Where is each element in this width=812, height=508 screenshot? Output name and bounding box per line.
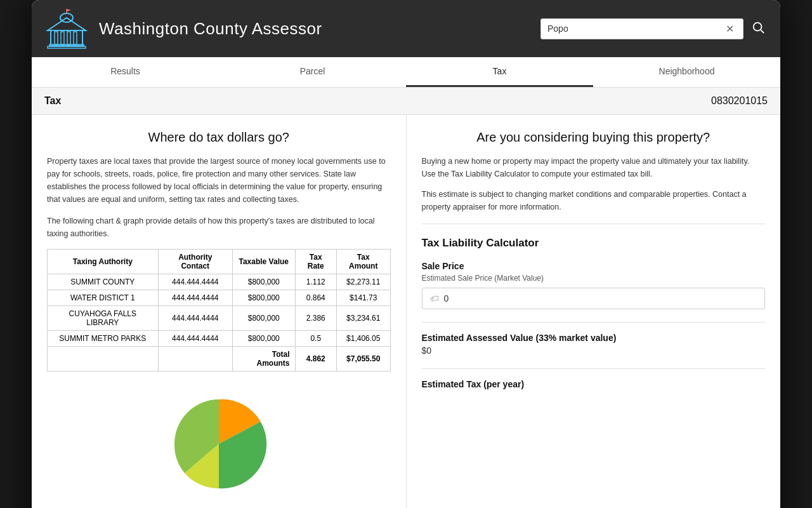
monitor: Washington County Assessor ✕ Results Par…	[32, 0, 780, 508]
right-panel: Are you considering buying this property…	[407, 115, 781, 508]
search-icon	[751, 20, 765, 34]
sale-price-group: Sale Price Estimated Sale Price (Market …	[422, 261, 766, 309]
search-input[interactable]	[547, 23, 723, 34]
search-area: ✕	[540, 18, 768, 40]
search-clear-button[interactable]: ✕	[723, 23, 737, 35]
calculator-title: Tax Liability Calculator	[422, 237, 766, 250]
price-icon: 🏷	[430, 293, 439, 304]
svg-rect-3	[67, 32, 70, 44]
svg-rect-2	[61, 32, 64, 44]
content-area: Where do tax dollars go? Property taxes …	[32, 115, 780, 508]
search-button[interactable]	[749, 18, 768, 40]
nav-tabs: Results Parcel Tax Neighborhood	[32, 57, 780, 88]
svg-marker-5	[48, 18, 86, 30]
svg-marker-8	[67, 9, 71, 11]
table-total-row: Total Amounts4.862$7,055.50	[48, 347, 391, 371]
buying-text-1: Buying a new home or property may impact…	[422, 155, 766, 180]
pie-chart-container	[47, 387, 391, 501]
estimated-tax-group: Estimated Tax (per year)	[422, 379, 766, 389]
divider	[422, 224, 766, 224]
assessed-value-label: Estimated Assessed Value (33% market val…	[422, 333, 766, 343]
col-taxing-authority: Taxing Authority	[48, 250, 159, 274]
divider-2	[422, 322, 766, 323]
estimated-tax-label: Estimated Tax (per year)	[422, 379, 766, 389]
svg-rect-0	[51, 30, 82, 46]
page-label: Tax	[44, 95, 61, 107]
table-row: SUMMIT COUNTY444.444.4444$800,0001.112$2…	[48, 274, 391, 290]
pie-chart	[168, 393, 270, 495]
page-header: Tax 0830201015	[32, 88, 780, 115]
svg-point-11	[754, 22, 762, 30]
sale-price-value: 0	[444, 293, 449, 304]
table-row: SUMMIT METRO PARKS444.444.4444$800,0000.…	[48, 331, 391, 347]
app-header: Washington County Assessor ✕	[32, 0, 780, 57]
col-taxable-value: Taxable Value	[232, 250, 295, 274]
search-box[interactable]: ✕	[540, 18, 743, 39]
tax-paragraph-1: Property taxes are local taxes that prov…	[47, 155, 391, 206]
tab-results[interactable]: Results	[32, 57, 219, 87]
table-row: CUYAHOGA FALLS LIBRARY444.444.4444$800,0…	[48, 306, 391, 331]
tax-paragraph-2: The following chart & graph provide deta…	[47, 215, 391, 240]
parcel-id: 0830201015	[711, 95, 768, 107]
screen: Washington County Assessor ✕ Results Par…	[32, 0, 780, 508]
assessed-value: $0	[422, 345, 766, 356]
left-panel: Where do tax dollars go? Property taxes …	[32, 115, 407, 508]
sale-price-sublabel: Estimated Sale Price (Market Value)	[422, 274, 766, 283]
sale-price-label: Sale Price	[422, 261, 766, 271]
col-tax-rate: Tax Rate	[295, 250, 336, 274]
svg-rect-1	[55, 32, 58, 44]
logo-area: Washington County Assessor	[44, 6, 540, 51]
col-authority-contact: Authority Contact	[158, 250, 232, 274]
app-logo	[44, 6, 89, 51]
tax-dollars-title: Where do tax dollars go?	[47, 130, 391, 145]
col-tax-amount: Tax Amount	[336, 250, 390, 274]
calculator-section: Tax Liability Calculator Sale Price Esti…	[422, 237, 766, 389]
table-row: WATER DISTICT 1444.444.4444$800,0000.864…	[48, 290, 391, 306]
tab-neighborhood[interactable]: Neighborhood	[593, 57, 780, 87]
svg-line-12	[761, 30, 764, 33]
buying-text-2: This estimate is subject to changing mar…	[422, 188, 766, 213]
tab-parcel[interactable]: Parcel	[219, 57, 406, 87]
tax-table: Taxing Authority Authority Contact Taxab…	[47, 249, 391, 371]
sale-price-input[interactable]: 🏷 0	[422, 288, 766, 309]
app-title: Washington County Assessor	[99, 19, 322, 39]
buying-title: Are you considering buying this property…	[422, 130, 766, 145]
svg-rect-10	[48, 46, 86, 48]
svg-rect-4	[74, 32, 77, 44]
tab-tax[interactable]: Tax	[406, 57, 593, 87]
divider-3	[422, 368, 766, 369]
assessed-value-group: Estimated Assessed Value (33% market val…	[422, 333, 766, 356]
